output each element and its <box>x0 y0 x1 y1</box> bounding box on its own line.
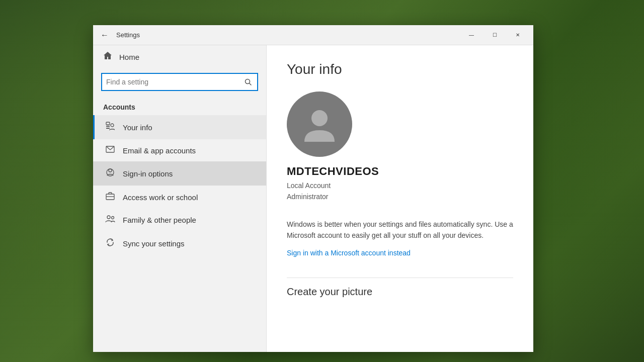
svg-point-12 <box>112 217 114 219</box>
svg-rect-3 <box>106 126 110 127</box>
sync-icon <box>105 238 116 249</box>
avatar-icon <box>299 104 340 144</box>
close-button[interactable]: ✕ <box>506 27 529 43</box>
sidebar-item-sync[interactable]: Sync your settings <box>93 231 266 255</box>
email-icon <box>105 146 116 155</box>
window-title: Settings <box>116 31 140 39</box>
username: MDTECHVIDEOS <box>287 165 379 178</box>
sidebar-item-access-work[interactable]: Access work or school <box>93 186 266 209</box>
briefcase-icon <box>105 192 116 202</box>
back-button[interactable]: ← <box>97 28 112 43</box>
svg-point-5 <box>111 124 114 127</box>
search-button[interactable] <box>239 74 257 90</box>
your-info-icon <box>105 122 116 133</box>
home-label: Home <box>119 53 139 61</box>
people-icon <box>105 215 116 225</box>
content-area: Home Accounts <box>93 45 533 352</box>
sidebar-item-home[interactable]: Home <box>93 45 266 69</box>
account-type-line1: Local Account <box>287 180 331 191</box>
svg-rect-2 <box>106 122 110 125</box>
sidebar-item-email-app-accounts[interactable]: Email & app accounts <box>93 139 266 161</box>
sidebar-item-email-label: Email & app accounts <box>123 146 196 155</box>
search-container <box>93 69 266 95</box>
svg-line-1 <box>250 83 252 85</box>
sidebar-item-sync-label: Sync your settings <box>123 239 185 248</box>
sidebar-item-your-info[interactable]: Your info <box>93 115 266 139</box>
create-picture-title: Create your picture <box>287 278 513 298</box>
sidebar-item-your-info-label: Your info <box>123 123 152 132</box>
sidebar-item-family[interactable]: Family & other people <box>93 209 266 231</box>
account-type-line2: Administrator <box>287 191 328 202</box>
sign-in-icon <box>105 168 116 179</box>
search-box <box>101 73 258 91</box>
settings-window: ← Settings — ☐ ✕ Home <box>93 25 533 352</box>
sidebar-item-sign-in-label: Sign-in options <box>123 169 173 178</box>
main-panel: Your info MDTECHVIDEOS Local Account Adm… <box>267 45 533 352</box>
svg-rect-4 <box>106 128 110 129</box>
page-title: Your info <box>287 61 513 77</box>
avatar <box>287 92 352 157</box>
accounts-section-header: Accounts <box>93 95 266 115</box>
minimize-button[interactable]: — <box>460 27 483 43</box>
profile-section: MDTECHVIDEOS Local Account Administrator <box>287 92 513 203</box>
maximize-button[interactable]: ☐ <box>483 27 506 43</box>
title-bar: ← Settings — ☐ ✕ <box>93 25 533 45</box>
search-input[interactable] <box>102 76 239 88</box>
window-controls: — ☐ ✕ <box>460 27 529 43</box>
sidebar-item-family-label: Family & other people <box>123 216 196 224</box>
sidebar: Home Accounts <box>93 45 267 352</box>
home-icon <box>103 51 112 63</box>
svg-point-11 <box>107 216 110 219</box>
sync-description: Windows is better when your settings and… <box>287 219 513 241</box>
sidebar-item-access-label: Access work or school <box>123 193 198 202</box>
sidebar-item-sign-in-options[interactable]: Sign-in options <box>93 161 266 186</box>
ms-account-link[interactable]: Sign in with a Microsoft account instead <box>287 249 411 257</box>
svg-point-13 <box>311 110 328 126</box>
title-bar-left: ← Settings <box>97 28 460 43</box>
